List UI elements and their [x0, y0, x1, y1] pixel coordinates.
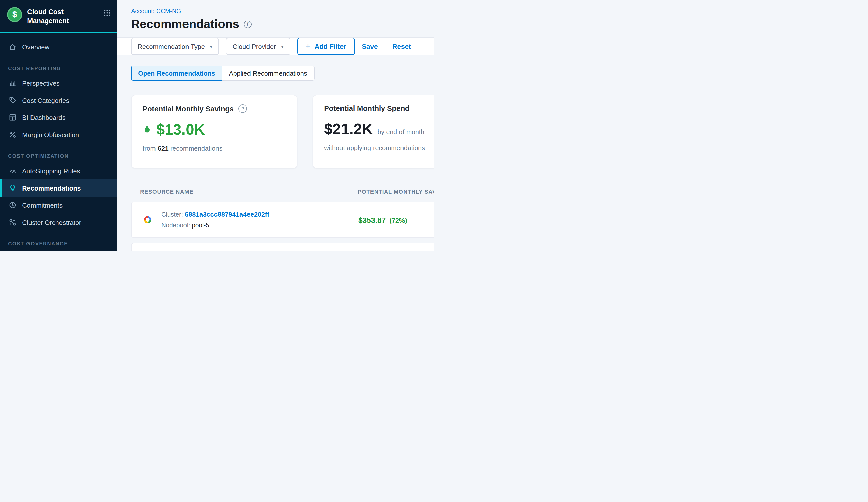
spend-subtext: without applying recommendations [324, 144, 434, 152]
sidebar-item-margin-obfuscation[interactable]: Margin Obfuscation [0, 126, 117, 143]
card-title: Potential Monthly Savings [143, 105, 234, 113]
content-area: Open Recommendations Applied Recommendat… [117, 55, 434, 251]
sidebar-item-bi-dashboards[interactable]: BI Dashboards [0, 109, 117, 126]
nodes-icon [9, 218, 17, 226]
resource-value: pool-5 [192, 221, 209, 229]
account-breadcrumb[interactable]: Account: CCM-NG [131, 8, 181, 14]
money-bag-icon [143, 125, 152, 134]
potential-monthly-spend-card: Potential Monthly Spend $21.2K by end of… [312, 95, 434, 168]
cloud-provider-dropdown[interactable]: Cloud Provider [226, 38, 290, 55]
sidebar-item-commitments[interactable]: Commitments [0, 197, 117, 214]
bar-chart-icon [9, 79, 17, 87]
sidebar: Cloud Cost Management Overview COST REPO… [0, 0, 117, 251]
divider [385, 42, 385, 51]
recommendation-type-dropdown[interactable]: Recommendation Type [131, 38, 219, 55]
sidebar-item-label: Perspectives [22, 80, 60, 87]
save-filter-button[interactable]: Save [362, 43, 378, 50]
sidebar-item-cluster-orchestrator[interactable]: Cluster Orchestrator [0, 214, 117, 231]
page-header: Account: CCM-NG Recommendations Export C… [117, 0, 434, 37]
col-resource-name: RESOURCE NAME [140, 188, 358, 195]
page-title: Recommendations [131, 17, 239, 31]
sidebar-header: Cloud Cost Management [0, 0, 117, 33]
spend-note: by end of month [378, 128, 424, 136]
sidebar-item-recommendations[interactable]: Recommendations [0, 179, 117, 197]
sidebar-item-label: Commitments [22, 201, 62, 209]
resource-details: Cluster: 6881a3ccc887941a4ee202ffNodepoo… [161, 209, 269, 231]
tab-applied-recommendations[interactable]: Applied Recommendations [222, 65, 314, 81]
tag-icon [9, 96, 17, 104]
dashboard-grid-icon [9, 113, 17, 122]
home-icon [9, 43, 17, 51]
potential-monthly-savings-card: Potential Monthly Savings $13.0K from 62… [131, 95, 297, 168]
resource-details: Cluster: 68898c064e3e2ba0e544005fNodepoo… [161, 251, 271, 251]
filter-bar: Recommendation Type Cloud Provider Add F… [117, 37, 434, 55]
sidebar-item-label: Cost Categories [22, 96, 69, 104]
col-potential-monthly-savings: POTENTIAL MONTHLY SAVINGS [358, 188, 434, 195]
main-content: Account: CCM-NG Recommendations Export C… [117, 0, 434, 251]
sidebar-item-perspectives[interactable]: Perspectives [0, 75, 117, 92]
add-filter-label: Add Filter [314, 43, 346, 50]
add-filter-button[interactable]: Add Filter [297, 38, 355, 55]
gauge-icon [9, 167, 17, 175]
clock-icon [9, 201, 17, 209]
savings-subtext: from 621 recommendations [143, 145, 286, 152]
card-title: Potential Monthly Spend [324, 104, 409, 112]
dropdown-label: Recommendation Type [138, 43, 205, 50]
lightbulb-icon [9, 184, 17, 192]
sidebar-item-overview[interactable]: Overview [0, 38, 117, 55]
table-row[interactable]: aws Cluster: 6881a3ccc887941a4ee202ffNod… [131, 202, 434, 238]
plus-icon [306, 42, 310, 50]
sidebar-item-label: AutoStopping Rules [22, 167, 80, 175]
dropdown-label: Cloud Provider [232, 43, 276, 50]
savings-percent: (72%) [388, 217, 407, 224]
sidebar-section-cost-reporting: COST REPORTING [0, 55, 117, 75]
sidebar-item-label: BI Dashboards [22, 114, 65, 121]
gcp-logo-icon [141, 214, 154, 226]
info-icon[interactable] [244, 20, 251, 28]
sidebar-item-label: Cluster Orchestrator [22, 219, 81, 226]
sidebar-item-autostopping-rules[interactable]: AutoStopping Rules [0, 162, 117, 179]
help-circle-icon[interactable] [239, 104, 247, 113]
cloud-cost-management-logo-icon [7, 7, 22, 22]
sidebar-item-label: Overview [22, 43, 49, 51]
tabs: Open Recommendations Applied Recommendat… [131, 65, 314, 81]
sidebar-nav: Overview COST REPORTING Perspectives Cos… [0, 33, 117, 251]
sidebar-section-cost-governance: COST GOVERNANCE [0, 231, 117, 250]
resource-field-label: Cluster: [161, 211, 185, 218]
sidebar-section-cost-optimization: COST OPTIMIZATION [0, 143, 117, 162]
percent-icon [9, 130, 17, 139]
table-header: RESOURCE NAME POTENTIAL MONTHLY SAVINGS … [131, 188, 434, 195]
recommendations-table: aws Cluster: 6881a3ccc887941a4ee202ffNod… [131, 202, 434, 251]
table-row[interactable]: aws Cluster: 68898c064e3e2ba0e544005fNod… [131, 243, 434, 251]
sidebar-item-label: Margin Obfuscation [22, 131, 79, 138]
spend-total: $21.2K [324, 121, 373, 138]
resource-link[interactable]: 6881a3ccc887941a4ee202ff [185, 211, 269, 218]
recommendation-count: 621 [157, 145, 168, 152]
sidebar-item-label: Recommendations [22, 184, 81, 192]
sidebar-item-budgets[interactable]: Budgets [0, 250, 117, 251]
savings-value: $353.87 [358, 216, 386, 224]
savings-total: $13.0K [156, 121, 205, 138]
resource-field-label: Nodepool: [161, 221, 192, 229]
tab-open-recommendations[interactable]: Open Recommendations [131, 65, 222, 81]
app-title: Cloud Cost Management [27, 7, 98, 25]
sidebar-item-cost-categories[interactable]: Cost Categories [0, 92, 117, 109]
apps-grid-icon[interactable] [103, 7, 111, 18]
app-root: Cloud Cost Management Overview COST REPO… [0, 0, 434, 251]
reset-filter-button[interactable]: Reset [392, 43, 411, 50]
